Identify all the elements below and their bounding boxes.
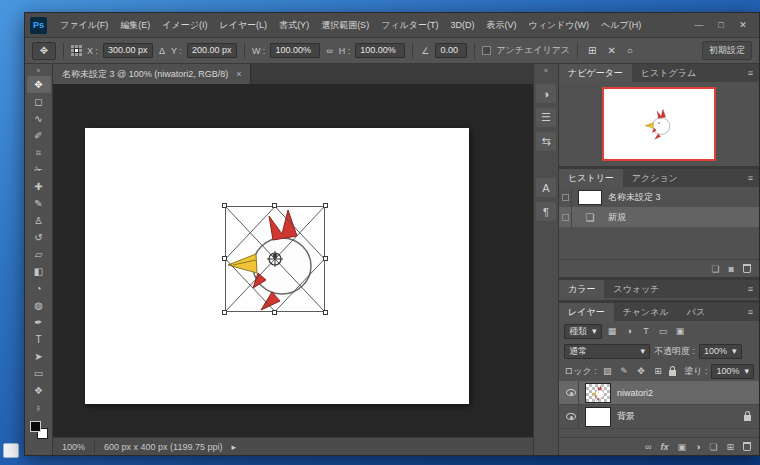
- tab-histogram[interactable]: ヒストグラム: [632, 64, 705, 82]
- link-layers-icon[interactable]: ∞: [645, 442, 651, 452]
- menu-edit[interactable]: 編集(E): [114, 13, 156, 37]
- tab-actions[interactable]: アクション: [623, 169, 687, 187]
- clone-source-panel-icon[interactable]: ⇆: [536, 132, 556, 151]
- toolbar-collapse-icon[interactable]: »: [37, 65, 41, 76]
- hand-tool[interactable]: ❖: [27, 382, 51, 399]
- panel-menu-icon[interactable]: ≡: [742, 64, 759, 82]
- eye-icon[interactable]: [566, 413, 576, 420]
- document-tab[interactable]: 名称未設定 3 @ 100% (niwatori2, RGB/8) ×: [53, 64, 251, 84]
- visibility-cell[interactable]: [563, 405, 579, 428]
- document-canvas[interactable]: [85, 128, 469, 404]
- transform-handle[interactable]: [323, 203, 328, 208]
- menu-filter[interactable]: フィルター(T): [375, 13, 444, 37]
- move-tool[interactable]: ✥: [27, 76, 51, 93]
- free-transform-box[interactable]: [225, 206, 325, 312]
- tab-close-icon[interactable]: ×: [236, 69, 241, 79]
- lock-transparency-icon[interactable]: ▨: [601, 366, 614, 376]
- close-button[interactable]: ✕: [732, 14, 754, 36]
- transform-handle[interactable]: [323, 256, 328, 261]
- lock-pixels-icon[interactable]: ✎: [618, 366, 631, 376]
- layer-name[interactable]: 背景: [617, 410, 635, 423]
- status-popup-arrow-icon[interactable]: ▸: [231, 442, 236, 452]
- maximize-button[interactable]: □: [710, 14, 732, 36]
- transform-handle[interactable]: [272, 310, 277, 315]
- rectangular-marquee-tool[interactable]: ◻: [27, 93, 51, 110]
- width-input[interactable]: 100.00%: [270, 43, 320, 58]
- transform-handle[interactable]: [323, 310, 328, 315]
- transform-handle[interactable]: [272, 203, 277, 208]
- quick-selection-tool[interactable]: ✐: [27, 127, 51, 144]
- blend-mode-select[interactable]: 通常 ▾: [564, 344, 650, 359]
- zoom-level[interactable]: 100%: [62, 442, 85, 452]
- foreground-background-colors[interactable]: [30, 421, 48, 439]
- transform-handle[interactable]: [222, 203, 227, 208]
- layer-filter-type-select[interactable]: 種類 ▾: [564, 324, 602, 339]
- path-selection-tool[interactable]: ➤: [27, 348, 51, 365]
- paragraph-panel-icon[interactable]: ¶: [536, 202, 556, 221]
- clone-stamp-tool[interactable]: ♙: [27, 212, 51, 229]
- filter-smart-objects-icon[interactable]: ▣: [674, 326, 687, 336]
- canvas-area[interactable]: [53, 84, 533, 437]
- relative-position-icon[interactable]: Δ: [158, 46, 166, 56]
- layer-thumbnail[interactable]: [585, 407, 611, 427]
- filter-pixel-layers-icon[interactable]: ▦: [606, 326, 619, 336]
- new-layer-icon[interactable]: ⊞: [726, 442, 734, 452]
- properties-panel-icon[interactable]: ☰: [536, 108, 556, 127]
- blur-tool[interactable]: ◔: [27, 280, 51, 297]
- layer-thumbnail[interactable]: [585, 383, 611, 403]
- lasso-tool[interactable]: ∿: [27, 110, 51, 127]
- cancel-transform-icon[interactable]: ✕: [604, 45, 618, 56]
- spot-healing-brush-tool[interactable]: ✚: [27, 178, 51, 195]
- filter-adjustment-layers-icon[interactable]: ◑: [623, 326, 636, 336]
- desktop-shortcut-icon[interactable]: [3, 443, 19, 458]
- eraser-tool[interactable]: ▱: [27, 246, 51, 263]
- lock-all-icon[interactable]: [669, 370, 676, 376]
- layer-row-niwatori2[interactable]: niwatori2: [559, 381, 759, 405]
- rectangle-tool[interactable]: ▭: [27, 365, 51, 382]
- new-document-from-state-icon[interactable]: ❏: [711, 264, 719, 274]
- transform-handle[interactable]: [222, 256, 227, 261]
- tab-paths[interactable]: パス: [678, 303, 714, 321]
- warp-mode-icon[interactable]: ⊞: [585, 45, 599, 56]
- x-position-input[interactable]: 300.00 px: [103, 43, 153, 58]
- adjustments-panel-icon[interactable]: ◑: [536, 84, 556, 103]
- menu-select[interactable]: 選択範囲(S): [315, 13, 375, 37]
- tab-channels[interactable]: チャンネル: [614, 303, 678, 321]
- history-snapshot-row[interactable]: 名称未設定 3: [559, 187, 759, 207]
- history-state-row[interactable]: ❏ 新規: [559, 207, 759, 227]
- character-panel-icon[interactable]: A: [536, 178, 556, 197]
- reference-point-locator[interactable]: [71, 45, 82, 56]
- panel-menu-icon[interactable]: ≡: [742, 280, 759, 298]
- panel-menu-icon[interactable]: ≡: [742, 169, 759, 187]
- tab-swatches[interactable]: スウォッチ: [604, 280, 668, 298]
- gradient-tool[interactable]: ◧: [27, 263, 51, 280]
- delete-state-icon[interactable]: [743, 264, 751, 273]
- opacity-select[interactable]: 100% ▾: [699, 344, 742, 359]
- navigator-proxy-view[interactable]: [602, 87, 716, 161]
- menu-image[interactable]: イメージ(I): [156, 13, 213, 37]
- menu-window[interactable]: ウィンドウ(W): [522, 13, 595, 37]
- dodge-tool[interactable]: ◍: [27, 297, 51, 314]
- transform-handle[interactable]: [222, 310, 227, 315]
- new-snapshot-icon[interactable]: ◙: [729, 264, 734, 274]
- minimize-button[interactable]: —: [688, 14, 710, 36]
- fill-select[interactable]: 100% ▾: [711, 364, 754, 379]
- zoom-tool[interactable]: ♁: [27, 399, 51, 416]
- menu-view[interactable]: 表示(V): [480, 13, 522, 37]
- tab-color[interactable]: カラー: [559, 280, 604, 298]
- tab-layers[interactable]: レイヤー: [559, 303, 614, 321]
- strip-expand-icon[interactable]: «: [544, 67, 548, 79]
- menu-file[interactable]: ファイル(F): [54, 13, 114, 37]
- crop-tool[interactable]: ⌗: [27, 144, 51, 161]
- type-tool[interactable]: T: [27, 331, 51, 348]
- adjustment-layer-icon[interactable]: ◑: [695, 442, 700, 452]
- history-brush-tool[interactable]: ↺: [27, 229, 51, 246]
- antialias-checkbox[interactable]: [482, 46, 491, 55]
- brush-tool[interactable]: ✎: [27, 195, 51, 212]
- lock-artboard-icon[interactable]: ⊞: [652, 366, 665, 376]
- menu-layer[interactable]: レイヤー(L): [213, 13, 273, 37]
- lock-position-icon[interactable]: ✥: [635, 366, 648, 376]
- workspace-switcher[interactable]: 初期設定: [702, 41, 752, 60]
- filter-shape-layers-icon[interactable]: ▭: [657, 326, 670, 336]
- history-brush-source-cell[interactable]: [559, 207, 572, 227]
